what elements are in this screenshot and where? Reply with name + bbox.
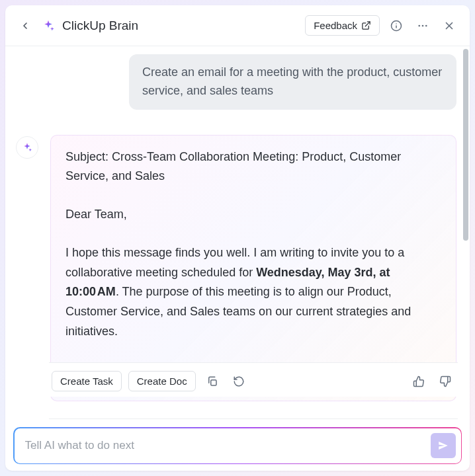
- ai-avatar: [16, 136, 38, 159]
- scrollbar-thumb[interactable]: [463, 49, 468, 241]
- svg-point-5: [422, 24, 424, 26]
- page-title: ClickUp Brain: [62, 19, 138, 33]
- back-button[interactable]: [16, 17, 34, 35]
- email-greeting: Dear Team,: [65, 205, 441, 225]
- ai-message-row: Subject: Cross-Team Collaboration Meetin…: [16, 135, 456, 402]
- copy-icon: [206, 376, 218, 387]
- more-button[interactable]: [413, 16, 433, 36]
- thumbs-up-icon: [413, 376, 425, 387]
- svg-line-0: [365, 22, 370, 26]
- brain-panel: ClickUp Brain Feedback Create an email f…: [5, 5, 470, 471]
- action-bar: Create Task Create Doc: [49, 362, 458, 397]
- svg-point-6: [425, 24, 427, 26]
- info-button[interactable]: [386, 16, 406, 36]
- close-button[interactable]: [439, 16, 459, 36]
- create-doc-button[interactable]: Create Doc: [128, 371, 196, 391]
- user-message: Create an email for a meeting with the p…: [129, 54, 456, 110]
- thumbs-down-icon: [439, 376, 451, 387]
- send-button[interactable]: [431, 433, 456, 458]
- close-icon: [443, 20, 455, 32]
- thumbs-down-button[interactable]: [435, 372, 455, 391]
- create-task-button[interactable]: Create Task: [52, 371, 122, 391]
- ai-input-row: [13, 427, 462, 464]
- ai-input-inner: [15, 428, 461, 463]
- back-icon: [20, 20, 30, 31]
- svg-rect-9: [210, 379, 216, 385]
- sparkle-icon: [22, 142, 32, 153]
- send-icon: [437, 440, 449, 452]
- divider: [49, 418, 458, 419]
- header: ClickUp Brain Feedback: [5, 5, 470, 46]
- more-icon: [417, 20, 429, 32]
- ai-response: Subject: Cross-Team Collaboration Meetin…: [50, 135, 456, 402]
- feedback-label: Feedback: [314, 20, 357, 31]
- conversation-area: Create an email for a meeting with the p…: [5, 46, 470, 471]
- scrollbar[interactable]: [462, 46, 469, 471]
- email-subject: Subject: Cross-Team Collaboration Meetin…: [65, 147, 441, 186]
- email-body: I hope this message finds you well. I am…: [65, 243, 441, 341]
- ai-input[interactable]: [25, 439, 431, 452]
- thumbs-up-button[interactable]: [409, 372, 429, 391]
- svg-point-4: [418, 24, 420, 26]
- external-link-icon: [361, 20, 371, 30]
- body-text-after: . The purpose of this meeting is to alig…: [65, 285, 411, 337]
- user-message-row: Create an email for a meeting with the p…: [16, 54, 456, 110]
- info-icon: [390, 20, 402, 32]
- sparkle-icon: [41, 19, 56, 33]
- feedback-button[interactable]: Feedback: [305, 15, 380, 36]
- copy-button[interactable]: [202, 372, 222, 391]
- regenerate-button[interactable]: [229, 372, 249, 391]
- regenerate-icon: [233, 376, 245, 387]
